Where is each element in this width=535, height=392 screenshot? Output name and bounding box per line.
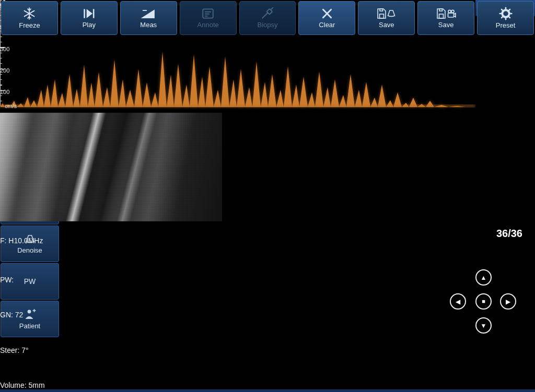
bottom-toolbar: Freeze Play Meas: [0, 0, 535, 35]
floppy-cine-icon: [436, 7, 456, 20]
measure-button[interactable]: Meas: [120, 1, 177, 35]
scale-unit-label: cm/s: [5, 103, 17, 109]
x-icon: [321, 7, 333, 20]
scale-label: 100: [0, 89, 9, 95]
bottom-edge-strip: [0, 389, 535, 392]
toolbar-item-label: Save: [379, 21, 394, 29]
param-pw-header: PW:: [0, 274, 68, 286]
gear-icon: [499, 7, 513, 20]
freeze-button[interactable]: Freeze: [1, 1, 58, 35]
cine-up-button[interactable]: ▲: [475, 269, 492, 286]
annotation-note-icon: [201, 7, 215, 20]
cine-down-button[interactable]: ▼: [475, 317, 492, 334]
cine-next-button[interactable]: ▶: [500, 293, 516, 310]
caliper-ramp-icon: [141, 7, 156, 20]
save-cine-button[interactable]: Save: [417, 1, 474, 35]
ultrasound-app: SX-8CT GRCBGK093 Thyroid 3.5.0 Gain+: [0, 0, 535, 392]
biopsy-button[interactable]: Biopsy: [239, 1, 296, 35]
snowflake-icon: [22, 7, 36, 20]
param-pw-gain: GN: 72: [0, 309, 68, 321]
toolbar-item-label: Annote: [197, 21, 219, 29]
floppy-image-icon: [377, 7, 397, 20]
toolbar-item-label: Biopsy: [257, 21, 277, 29]
play-frame-icon: [82, 7, 96, 20]
scale-label: 200: [0, 67, 9, 74]
toolbar-item-label: Meas: [140, 21, 157, 29]
needle-icon: [261, 7, 274, 20]
frame-counter: 36/36: [496, 228, 522, 240]
play-button[interactable]: Play: [61, 1, 118, 35]
annotate-button[interactable]: Annote: [180, 1, 237, 35]
toolbar-item-label: Play: [83, 21, 96, 29]
cine-prev-button[interactable]: ◀: [450, 293, 466, 310]
save-image-button[interactable]: Save: [358, 1, 415, 35]
toolbar-item-label: Freeze: [19, 21, 40, 29]
preset-button[interactable]: Preset: [477, 1, 534, 35]
toolbar-item-label: Save: [438, 21, 454, 29]
cine-stop-button[interactable]: ■: [475, 293, 492, 310]
param-frequency: F: H10.0MHz: [0, 235, 68, 247]
toolbar-item-label: Clear: [319, 21, 335, 29]
toolbar-item-label: Preset: [496, 21, 516, 29]
param-steer: Steer: 7°: [0, 345, 68, 357]
scale-label: 300: [0, 46, 9, 52]
clear-button[interactable]: Clear: [298, 1, 355, 35]
